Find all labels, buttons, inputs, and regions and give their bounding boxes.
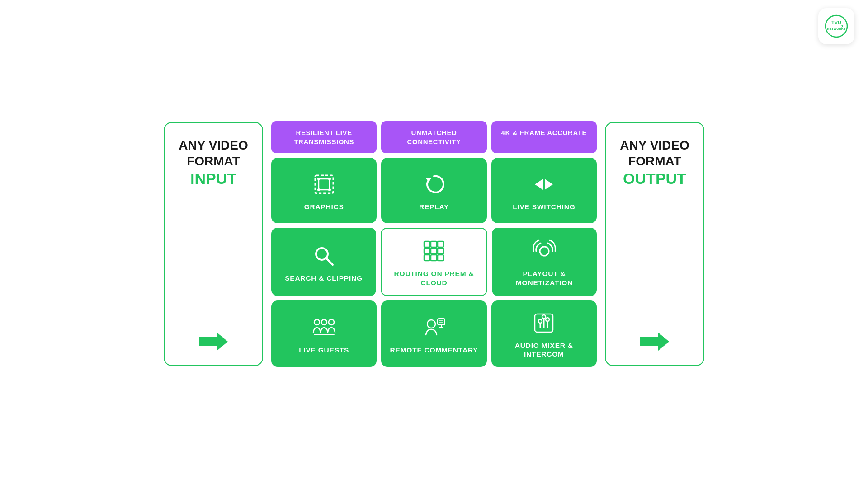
- svg-rect-16: [431, 241, 437, 247]
- svg-point-25: [314, 319, 320, 325]
- playout-label: PLAYOUT & MONETIZATION: [496, 269, 592, 287]
- card-search-clipping[interactable]: SEARCH & CLIPPING: [271, 228, 376, 296]
- input-arrow-icon: [199, 331, 228, 352]
- audio-icon: [531, 310, 557, 336]
- header-cell-2: UNMATCHED CONNECTIVITY: [381, 121, 486, 153]
- svg-rect-15: [424, 241, 430, 247]
- svg-rect-21: [424, 255, 430, 261]
- card-row-2: SEARCH & CLIPPING ROUTIN: [271, 228, 597, 296]
- card-row-3: LIVE GUESTS REMOTE COMMENTARY: [271, 300, 597, 367]
- replay-label: REPLAY: [419, 202, 449, 211]
- svg-rect-30: [438, 319, 445, 325]
- svg-marker-3: [199, 333, 228, 351]
- svg-point-27: [329, 319, 334, 325]
- header-cell-3: 4K & FRAME ACCURATE: [491, 121, 597, 153]
- tvu-logo: TVU NETWORKS: [818, 8, 854, 44]
- header-cell-1: RESILIENT LIVE TRANSMISSIONS: [271, 121, 377, 153]
- card-live-guests[interactable]: LIVE GUESTS: [271, 300, 377, 367]
- svg-rect-17: [438, 241, 443, 247]
- svg-point-7: [328, 178, 331, 180]
- page-container: TVU NETWORKS ANY VIDEO FORMAT INPUT RESI…: [0, 0, 868, 488]
- commentary-icon: [421, 315, 447, 340]
- svg-point-26: [321, 319, 327, 325]
- graphics-icon: [311, 172, 337, 197]
- svg-point-29: [427, 320, 435, 328]
- header-row: RESILIENT LIVE TRANSMISSIONS UNMATCHED C…: [271, 121, 597, 153]
- graphics-label: GRAPHICS: [304, 202, 344, 211]
- search-icon: [311, 243, 336, 268]
- guests-icon: [311, 315, 337, 340]
- live-switching-label: LIVE SWITCHING: [513, 202, 575, 211]
- switching-icon: [531, 172, 557, 197]
- svg-line-14: [326, 258, 333, 265]
- card-live-switching[interactable]: LIVE SWITCHING: [491, 158, 597, 223]
- card-row-1: GRAPHICS REPLAY LIVE SWITCHING: [271, 158, 597, 223]
- output-arrow-icon: [640, 331, 669, 352]
- svg-marker-11: [535, 179, 543, 190]
- card-graphics[interactable]: GRAPHICS: [271, 158, 377, 223]
- svg-rect-18: [424, 248, 430, 254]
- svg-marker-40: [640, 333, 669, 351]
- output-panel: ANY VIDEO FORMAT OUTPUT: [605, 122, 704, 366]
- card-routing[interactable]: ROUTING ON PREM & CLOUD: [381, 228, 487, 296]
- replay-icon: [421, 172, 447, 197]
- grid-container: RESILIENT LIVE TRANSMISSIONS UNMATCHED C…: [271, 121, 597, 367]
- audio-mixer-label: AUDIO MIXER & INTERCOM: [496, 341, 592, 359]
- card-audio-mixer[interactable]: AUDIO MIXER & INTERCOM: [491, 300, 597, 367]
- search-clipping-label: SEARCH & CLIPPING: [285, 274, 363, 282]
- svg-point-0: [826, 15, 847, 37]
- svg-point-39: [546, 318, 549, 321]
- svg-text:TVU: TVU: [831, 20, 841, 25]
- card-replay[interactable]: REPLAY: [381, 158, 486, 223]
- svg-rect-23: [438, 255, 443, 261]
- svg-point-37: [538, 319, 542, 323]
- svg-point-9: [328, 188, 331, 191]
- input-panel: ANY VIDEO FORMAT INPUT: [164, 122, 263, 366]
- svg-marker-12: [545, 179, 553, 190]
- playout-icon: [532, 239, 557, 264]
- svg-point-8: [317, 188, 320, 191]
- output-panel-title: ANY VIDEO FORMAT OUTPUT: [620, 137, 689, 188]
- svg-rect-19: [431, 248, 437, 254]
- svg-rect-20: [438, 248, 443, 254]
- svg-point-38: [542, 315, 546, 319]
- input-panel-title: ANY VIDEO FORMAT INPUT: [179, 137, 248, 188]
- svg-rect-22: [431, 255, 437, 261]
- routing-label: ROUTING ON PREM & CLOUD: [386, 269, 482, 287]
- svg-point-24: [540, 247, 549, 256]
- card-playout[interactable]: PLAYOUT & MONETIZATION: [492, 228, 597, 296]
- svg-text:NETWORKS: NETWORKS: [827, 27, 846, 30]
- card-remote-commentary[interactable]: REMOTE COMMENTARY: [381, 300, 486, 367]
- main-layout: ANY VIDEO FORMAT INPUT RESILIENT LIVE TR…: [163, 121, 705, 367]
- live-guests-label: LIVE GUESTS: [299, 346, 349, 354]
- remote-commentary-label: REMOTE COMMENTARY: [390, 346, 478, 354]
- routing-icon: [421, 239, 447, 264]
- svg-rect-5: [319, 179, 330, 190]
- svg-point-6: [317, 178, 320, 180]
